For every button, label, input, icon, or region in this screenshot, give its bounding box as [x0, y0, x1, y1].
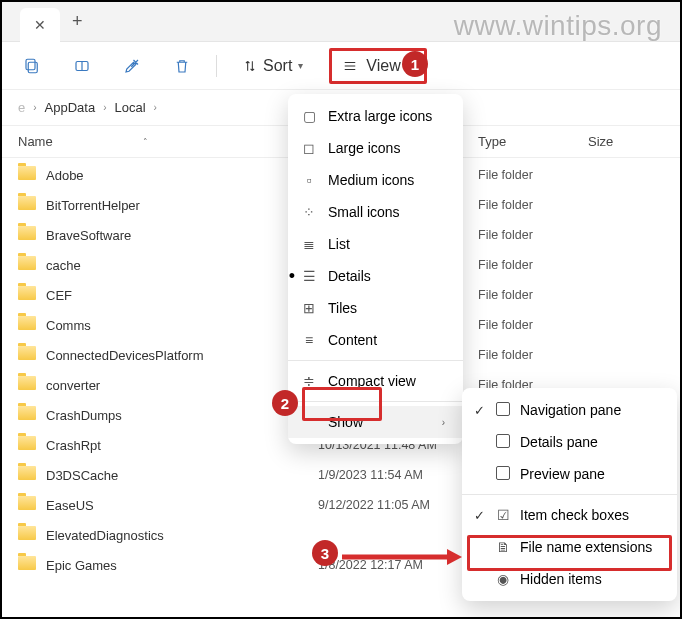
menu-label: Preview pane [520, 466, 605, 482]
share-button[interactable] [116, 50, 148, 82]
file-type: File folder [478, 348, 588, 362]
column-type[interactable]: Type [478, 134, 588, 149]
menu-label: Details pane [520, 434, 598, 450]
breadcrumb-item[interactable]: Local [115, 100, 146, 115]
file-name: BraveSoftware [46, 228, 318, 243]
menu-label: Extra large icons [328, 108, 432, 124]
folder-icon [18, 346, 38, 364]
tab-bar: ✕ + [2, 2, 680, 42]
menu-label: Show [328, 414, 363, 430]
menu-compact-view[interactable]: ≑Compact view [288, 365, 463, 397]
copy-button[interactable] [16, 50, 48, 82]
menu-hidden-items[interactable]: ◉Hidden items [462, 563, 677, 595]
file-name: D3DSCache [46, 468, 318, 483]
file-type: File folder [478, 198, 588, 212]
menu-label: Navigation pane [520, 402, 621, 418]
sort-button[interactable]: Sort ▾ [235, 51, 311, 81]
new-tab-button[interactable]: + [60, 11, 95, 32]
small-icon: ⁘ [300, 204, 318, 220]
menu-label: Medium icons [328, 172, 414, 188]
chevron-right-icon: › [103, 102, 106, 113]
file-type: File folder [478, 228, 588, 242]
callout-3: 3 [312, 540, 338, 566]
menu-label: Compact view [328, 373, 416, 389]
menu-label: Details [328, 268, 371, 284]
chevron-right-icon: › [154, 102, 157, 113]
folder-icon [18, 496, 38, 514]
breadcrumb-item[interactable]: AppData [45, 100, 96, 115]
menu-separator [462, 494, 677, 495]
folder-icon [18, 316, 38, 334]
pane-icon [494, 466, 512, 483]
content-icon: ≡ [300, 332, 318, 348]
file-name: CEF [46, 288, 318, 303]
menu-preview-pane[interactable]: Preview pane [462, 458, 677, 490]
svg-rect-0 [28, 62, 37, 73]
rename-button[interactable] [66, 50, 98, 82]
menu-label: Item check boxes [520, 507, 629, 523]
svg-rect-1 [26, 59, 35, 70]
compact-icon: ≑ [300, 373, 318, 389]
list-icon: ≣ [300, 236, 318, 252]
menu-navigation-pane[interactable]: ✓Navigation pane [462, 394, 677, 426]
menu-small-icons[interactable]: ⁘Small icons [288, 196, 463, 228]
sort-label: Sort [263, 57, 292, 75]
column-name-label: Name [18, 134, 53, 149]
file-name: cache [46, 258, 318, 273]
check-icon: ✓ [474, 403, 485, 418]
file-name: CrashRpt [46, 438, 318, 453]
view-menu: ▢Extra large icons ◻Large icons ▫Medium … [288, 94, 463, 444]
menu-show[interactable]: Show› [288, 406, 463, 438]
large-icon: ◻ [300, 140, 318, 156]
toolbar: Sort ▾ View ▾ [2, 42, 680, 90]
folder-icon [18, 286, 38, 304]
column-size[interactable]: Size [588, 134, 664, 149]
folder-icon [18, 166, 38, 184]
folder-icon [18, 526, 38, 544]
menu-extra-large-icons[interactable]: ▢Extra large icons [288, 100, 463, 132]
tiles-icon: ⊞ [300, 300, 318, 316]
menu-label: File name extensions [520, 539, 652, 555]
menu-content[interactable]: ≡Content [288, 324, 463, 356]
file-name: Adobe [46, 168, 318, 183]
menu-large-icons[interactable]: ◻Large icons [288, 132, 463, 164]
menu-item-check-boxes[interactable]: ✓☑Item check boxes [462, 499, 677, 531]
file-name: EaseUS [46, 498, 318, 513]
folder-icon [18, 226, 38, 244]
menu-label: Hidden items [520, 571, 602, 587]
file-name: Comms [46, 318, 318, 333]
chevron-down-icon: ▾ [298, 60, 303, 71]
menu-file-extensions[interactable]: 🗎File name extensions [462, 531, 677, 563]
menu-separator [288, 401, 463, 402]
checkbox-icon: ☑ [494, 507, 512, 523]
menu-label: Small icons [328, 204, 400, 220]
sort-asc-icon: ˄ [143, 137, 148, 147]
menu-details-pane[interactable]: Details pane [462, 426, 677, 458]
callout-2: 2 [272, 390, 298, 416]
menu-medium-icons[interactable]: ▫Medium icons [288, 164, 463, 196]
chevron-right-icon: › [442, 417, 445, 428]
file-name: ElevatedDiagnostics [46, 528, 318, 543]
delete-button[interactable] [166, 50, 198, 82]
pane-icon [494, 434, 512, 451]
menu-label: Tiles [328, 300, 357, 316]
callout-1: 1 [402, 51, 428, 77]
file-name: ConnectedDevicesPlatform [46, 348, 318, 363]
check-icon: ✓ [474, 508, 485, 523]
column-name[interactable]: Name ˄ [18, 134, 318, 149]
file-type: File folder [478, 168, 588, 182]
file-date: 1/9/2023 11:54 AM [318, 468, 478, 482]
file-name: BitTorrentHelper [46, 198, 318, 213]
folder-icon [18, 406, 38, 424]
menu-label: List [328, 236, 350, 252]
extra-large-icon: ▢ [300, 108, 318, 124]
svg-marker-4 [447, 549, 462, 565]
menu-tiles[interactable]: ⊞Tiles [288, 292, 463, 324]
menu-list[interactable]: ≣List [288, 228, 463, 260]
menu-details[interactable]: •☰Details [288, 260, 463, 292]
file-icon: 🗎 [494, 539, 512, 555]
close-tab-icon[interactable]: ✕ [34, 17, 46, 33]
menu-label: Content [328, 332, 377, 348]
active-tab[interactable]: ✕ [20, 8, 60, 42]
file-date: 9/12/2022 11:05 AM [318, 498, 478, 512]
